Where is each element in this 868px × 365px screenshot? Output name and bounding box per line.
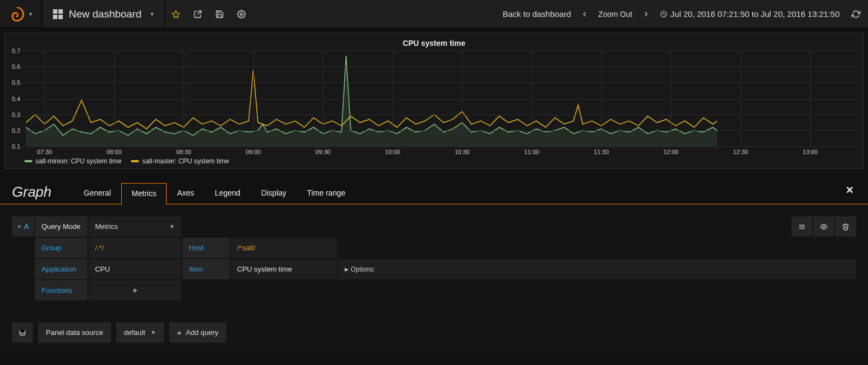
x-axis-tick: 11:00	[524, 149, 540, 155]
time-back-button[interactable]	[578, 10, 591, 18]
x-axis-tick: 08:00	[107, 149, 122, 155]
panel-type-title: Graph	[12, 184, 51, 204]
add-query-button[interactable]: + Add query	[169, 322, 226, 343]
time-range-picker[interactable]: Jul 20, 2016 07:21:50 to Jul 20, 2016 13…	[660, 9, 840, 19]
chart-legend: salt-minion: CPU system timesalt-master:…	[9, 146, 859, 166]
svg-point-0	[16, 13, 18, 15]
x-axis-tick: 09:30	[315, 149, 330, 155]
graph-panel: CPU system time 0.10.20.30.40.50.60.707:…	[4, 33, 864, 169]
query-letter-label: A	[24, 222, 29, 231]
save-button[interactable]	[209, 10, 231, 19]
svg-rect-1	[53, 9, 57, 14]
query-functions-row: Functions +	[12, 280, 856, 301]
svg-point-5	[240, 13, 243, 15]
datasource-icon	[12, 322, 33, 343]
y-axis-tick: 0.1	[9, 143, 20, 150]
application-label: Application	[35, 259, 87, 279]
triangle-right-icon: ▶	[345, 267, 349, 272]
query-visibility-toggle[interactable]	[813, 216, 834, 237]
legend-label: salt-master: CPU system time	[142, 157, 229, 165]
group-label: Group	[35, 238, 87, 258]
nav-icon-group	[165, 0, 252, 28]
legend-item[interactable]: salt-minion: CPU system time	[25, 157, 121, 165]
y-axis-tick: 0.4	[9, 96, 20, 102]
svg-rect-2	[58, 9, 63, 14]
tab-axes[interactable]: Axes	[167, 182, 204, 204]
time-range-text: Jul 20, 2016 07:21:50 to Jul 20, 2016 13…	[671, 9, 840, 19]
datasource-label: Panel data source	[38, 322, 111, 343]
query-drag-handle[interactable]	[792, 216, 812, 237]
chevron-down-icon: ▼	[151, 329, 156, 335]
nav-right: Back to dashboard Zoom Out Jul 20, 2016 …	[503, 0, 868, 28]
datasource-select[interactable]: default ▼	[116, 322, 164, 343]
add-function-button[interactable]: +	[88, 280, 181, 301]
legend-label: salt-minion: CPU system time	[36, 157, 121, 165]
x-axis-tick: 07:30	[37, 149, 52, 155]
refresh-button[interactable]	[847, 10, 860, 19]
y-axis-tick: 0.5	[9, 79, 20, 86]
dashboard-grid-icon	[52, 9, 63, 20]
dashboard-picker[interactable]: New dashboard ▼	[43, 0, 165, 28]
x-axis-tick: 12:30	[733, 149, 748, 155]
tab-general[interactable]: General	[73, 182, 121, 204]
item-options-toggle[interactable]: ▶Options:	[338, 259, 856, 279]
chart-series-line	[26, 56, 718, 136]
legend-item[interactable]: salt-master: CPU system time	[131, 157, 229, 165]
query-mode-select[interactable]: Metrics ▼	[88, 216, 181, 237]
dashboard-title-text: New dashboard	[69, 8, 141, 20]
panel-footer: Panel data source default ▼ + Add query	[12, 322, 856, 343]
panel-editor: Graph GeneralMetricsAxesLegendDisplayTim…	[0, 179, 868, 204]
application-input[interactable]: CPU	[88, 259, 181, 279]
query-app-item-row: Application CPU Item CPU system time ▶Op…	[12, 259, 856, 279]
functions-label: Functions	[35, 280, 87, 301]
svg-rect-3	[53, 15, 57, 19]
metrics-tab-content: ▼ A Query Mode Metrics ▼ Group /.*/ Host…	[0, 204, 868, 355]
svg-rect-4	[58, 15, 63, 19]
legend-swatch	[131, 160, 139, 162]
chart-plot-area[interactable]: 0.10.20.30.40.50.60.707:3008:0008:3009:0…	[21, 51, 857, 146]
query-toggle[interactable]: ▼ A	[12, 216, 34, 237]
grafana-logo-icon	[9, 6, 26, 22]
chart-series-line	[26, 70, 718, 129]
settings-button[interactable]	[231, 10, 252, 19]
item-label: Item	[182, 259, 229, 279]
clock-icon	[660, 10, 668, 18]
x-axis-tick: 08:30	[176, 149, 192, 155]
back-to-dashboard-link[interactable]: Back to dashboard	[503, 9, 571, 19]
x-axis-tick: 11:30	[594, 149, 609, 155]
y-axis-tick: 0.3	[9, 111, 20, 118]
tab-legend[interactable]: Legend	[204, 182, 251, 204]
zoom-out-button[interactable]: Zoom Out	[598, 10, 632, 19]
legend-swatch	[25, 160, 32, 162]
y-axis-tick: 0.6	[9, 63, 20, 70]
x-axis-tick: 09:00	[246, 149, 261, 155]
time-forward-button[interactable]	[640, 10, 652, 18]
tab-metrics[interactable]: Metrics	[121, 183, 167, 204]
item-input[interactable]: CPU system time	[231, 259, 337, 279]
panel-title[interactable]: CPU system time	[9, 37, 859, 51]
y-axis-tick: 0.7	[9, 48, 20, 54]
x-axis-tick: 13:00	[802, 149, 818, 155]
svg-point-10	[823, 226, 825, 228]
top-navbar: ▼ New dashboard ▼ Back to dashboard Zoom…	[0, 0, 868, 28]
editor-tabs: GeneralMetricsAxesLegendDisplayTime rang…	[73, 179, 356, 204]
share-button[interactable]	[187, 10, 209, 19]
group-input[interactable]: /.*/	[88, 238, 181, 258]
svg-point-11	[20, 329, 25, 332]
tab-display[interactable]: Display	[251, 182, 297, 204]
close-editor-button[interactable]: ✕	[846, 184, 854, 196]
x-axis-tick: 10:00	[385, 149, 400, 155]
grafana-logo-menu[interactable]: ▼	[0, 0, 43, 28]
y-axis-tick: 0.2	[9, 127, 20, 134]
query-mode-value: Metrics	[95, 222, 118, 231]
query-delete-button[interactable]	[835, 216, 856, 237]
chevron-down-icon: ▼	[169, 223, 175, 229]
chevron-down-icon: ▼	[28, 11, 33, 17]
host-input[interactable]: /^salt/	[231, 238, 337, 258]
plus-icon: +	[177, 328, 182, 337]
query-row-header: ▼ A Query Mode Metrics ▼	[12, 216, 856, 237]
star-button[interactable]	[165, 10, 187, 19]
tab-time-range[interactable]: Time range	[297, 182, 356, 204]
x-axis-tick: 10:30	[454, 149, 470, 155]
host-label: Host	[182, 238, 229, 258]
